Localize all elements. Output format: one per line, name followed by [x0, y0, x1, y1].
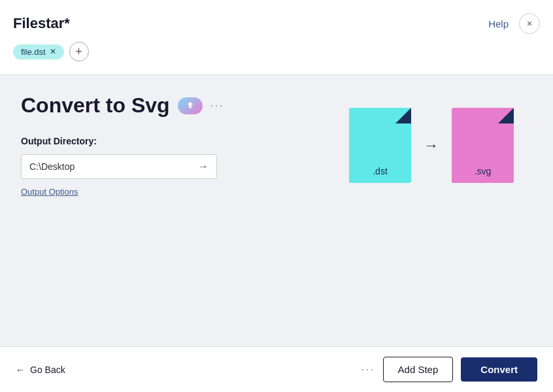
source-file-corner: [395, 108, 411, 123]
more-options-button[interactable]: ···: [210, 99, 224, 112]
target-file-corner: [498, 108, 514, 123]
tab-chip-file-dst[interactable]: file.dst ✕: [13, 44, 64, 59]
go-back-button[interactable]: ← Go Back: [16, 365, 65, 375]
target-file-icon: .svg: [452, 108, 514, 183]
target-file-ext: .svg: [475, 166, 492, 176]
footer: ← Go Back ··· Add Step Convert: [0, 346, 553, 392]
upload-badge[interactable]: [178, 97, 203, 114]
conversion-visual: .dst → .svg: [349, 108, 514, 183]
app-title: Filestar*: [13, 15, 70, 32]
app-title-star: *: [64, 15, 70, 31]
source-file-ext: .dst: [373, 166, 388, 176]
add-step-button[interactable]: Add Step: [383, 357, 454, 382]
directory-navigate-button[interactable]: →: [190, 155, 216, 178]
upload-icon: [184, 100, 196, 112]
footer-more-button[interactable]: ···: [361, 363, 375, 376]
tabs-row: file.dst ✕ +: [13, 42, 540, 61]
tab-chip-close-icon[interactable]: ✕: [50, 48, 56, 56]
main-content: Convert to Svg ··· Output Directory: → O…: [0, 75, 553, 346]
header: Filestar* Help × file.dst ✕ +: [0, 0, 553, 75]
app-title-text: Filestar: [13, 15, 64, 31]
header-actions: Help ×: [488, 13, 540, 34]
close-button[interactable]: ×: [519, 13, 540, 34]
go-back-arrow-icon: ←: [16, 365, 25, 375]
page-title: Convert to Svg: [21, 93, 170, 118]
source-file-icon: .dst: [349, 108, 411, 183]
go-back-label: Go Back: [30, 365, 65, 375]
footer-right: ··· Add Step Convert: [361, 357, 537, 382]
conversion-arrow: →: [424, 137, 439, 154]
convert-button[interactable]: Convert: [461, 357, 537, 382]
output-directory-label: Output Directory:: [21, 136, 269, 146]
output-options-link[interactable]: Output Options: [21, 187, 78, 197]
header-top: Filestar* Help ×: [13, 13, 540, 34]
tab-chip-label: file.dst: [21, 47, 46, 57]
directory-input[interactable]: [22, 155, 190, 178]
directory-row: →: [21, 154, 217, 179]
add-tab-button[interactable]: +: [69, 42, 89, 61]
form-section: Output Directory: → Output Options: [21, 136, 269, 197]
help-link[interactable]: Help: [488, 18, 509, 29]
